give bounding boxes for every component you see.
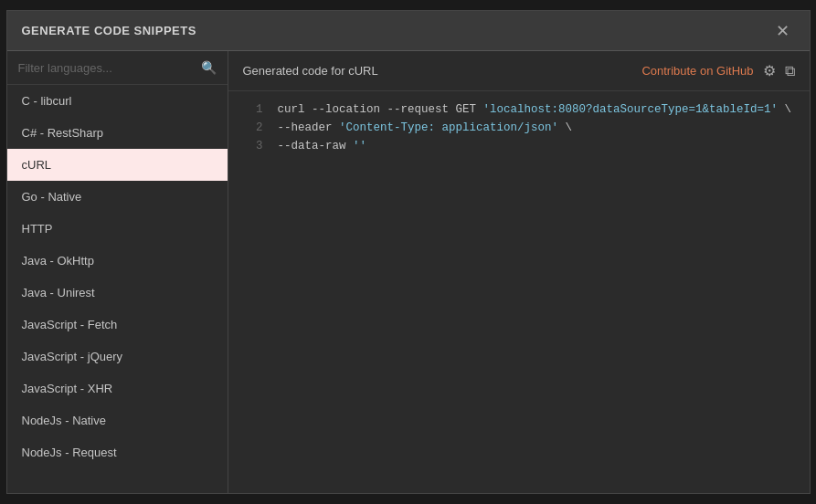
- sidebar: 🔍 C - libcurlC# - RestSharpcURLGo - Nati…: [7, 51, 228, 493]
- code-area: 1curl --location --request GET 'localhos…: [228, 91, 810, 493]
- gear-icon[interactable]: ⚙: [763, 62, 776, 79]
- sidebar-item-c-libcurl[interactable]: C - libcurl: [7, 85, 228, 117]
- line-content: curl --location --request GET 'localhost…: [278, 100, 792, 119]
- code-line: 3--data-raw '': [228, 137, 810, 155]
- code-string: 'Content-Type: application/json': [339, 121, 558, 134]
- modal-header: GENERATE CODE SNIPPETS ✕: [7, 11, 810, 51]
- code-keyword: \: [558, 121, 572, 134]
- content-title: Generated code for cURL: [243, 64, 378, 78]
- sidebar-item-http[interactable]: HTTP: [7, 213, 228, 245]
- content-header: Generated code for cURL Contribute on Gi…: [228, 51, 810, 91]
- search-input[interactable]: [18, 61, 194, 75]
- modal-body: 🔍 C - libcurlC# - RestSharpcURLGo - Nati…: [7, 51, 810, 493]
- sidebar-item-nodejs-native[interactable]: NodeJs - Native: [7, 404, 228, 436]
- line-number: 3: [236, 137, 263, 155]
- line-number: 2: [236, 119, 263, 137]
- search-container: 🔍: [7, 51, 228, 85]
- sidebar-item-nodejs-request[interactable]: NodeJs - Request: [7, 436, 228, 468]
- language-list: C - libcurlC# - RestSharpcURLGo - Native…: [7, 85, 228, 493]
- sidebar-item-go-native[interactable]: Go - Native: [7, 181, 228, 213]
- code-string: 'localhost:8080?dataSourceType=1&tableId…: [483, 103, 779, 116]
- sidebar-item-javascript-fetch[interactable]: JavaScript - Fetch: [7, 309, 228, 341]
- copy-icon[interactable]: ⧉: [785, 63, 795, 79]
- code-string: '': [353, 140, 366, 152]
- code-keyword: curl --location --request GET: [278, 103, 483, 116]
- code-keyword: --data-raw: [278, 140, 354, 152]
- line-content: --data-raw '': [278, 137, 367, 155]
- line-content: --header 'Content-Type: application/json…: [278, 119, 573, 137]
- sidebar-item-java-okhttp[interactable]: Java - OkHttp: [7, 245, 228, 277]
- code-line: 2--header 'Content-Type: application/jso…: [228, 119, 810, 137]
- content-panel: Generated code for cURL Contribute on Gi…: [228, 51, 810, 493]
- github-link[interactable]: Contribute on GitHub: [641, 64, 753, 78]
- code-keyword: \: [778, 103, 791, 116]
- code-line: 1curl --location --request GET 'localhos…: [228, 100, 810, 119]
- sidebar-item-javascript-xhr[interactable]: JavaScript - XHR: [7, 373, 228, 404]
- sidebar-item-java-unirest[interactable]: Java - Unirest: [7, 277, 228, 309]
- code-keyword: --header: [278, 121, 340, 134]
- sidebar-item-curl[interactable]: cURL: [7, 149, 228, 181]
- sidebar-item-csharp-restsharp[interactable]: C# - RestSharp: [7, 117, 228, 149]
- sidebar-item-javascript-jquery[interactable]: JavaScript - jQuery: [7, 341, 228, 373]
- line-number: 1: [236, 100, 263, 119]
- search-icon: 🔍: [201, 60, 217, 75]
- header-actions: Contribute on GitHub ⚙ ⧉: [641, 62, 794, 79]
- modal: GENERATE CODE SNIPPETS ✕ 🔍 C - libcurlC#…: [6, 10, 811, 494]
- close-button[interactable]: ✕: [770, 19, 795, 43]
- modal-title: GENERATE CODE SNIPPETS: [22, 24, 196, 37]
